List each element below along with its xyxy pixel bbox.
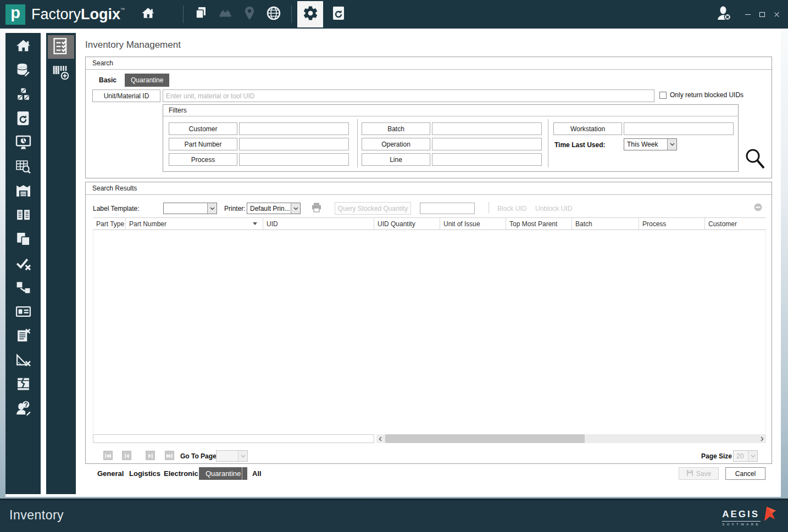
stocked-quantity-input[interactable] [420,203,475,214]
operation-filter-button[interactable]: Operation [362,138,430,150]
aegis-brand-subtitle: SOFTWARE [722,523,761,526]
results-table-body[interactable] [93,230,766,434]
settings-button-active[interactable] [297,1,323,27]
sidebar-item-dashboard-monitor[interactable] [15,136,31,152]
workstation-filter-button[interactable]: Workstation [553,122,622,135]
query-stocked-quantity-button[interactable]: Query Stocked Quantity [335,202,411,215]
sidebar-item-measure-remove[interactable] [15,353,31,369]
sidebar-item-table-search[interactable] [15,160,31,176]
sidebar-item-book[interactable] [15,208,31,224]
cancel-button[interactable]: Cancel [725,467,765,480]
subsidebar-item-barcode-add[interactable] [52,65,70,82]
part-number-filter-button[interactable]: Part Number [169,138,237,150]
chevron-down-icon[interactable] [207,203,217,214]
save-button[interactable]: Save [679,467,719,480]
sidebar-item-database-edit[interactable] [15,63,31,79]
globe-button[interactable] [262,0,286,29]
sidebar-item-warehouse[interactable] [15,184,31,200]
page-size-label: Page Size [701,452,732,460]
column-header-part-type[interactable]: Part Type [93,218,126,229]
process-filter-input[interactable] [239,153,349,166]
customer-filter-input[interactable] [239,122,349,135]
batch-filter-input[interactable] [432,122,542,135]
minimize-button[interactable] [741,7,755,21]
footer-tab-electronic[interactable]: Electronic [163,467,199,480]
time-last-used-dropdown[interactable]: This Week [624,138,677,150]
batch-filter-button[interactable]: Batch [362,122,430,135]
first-page-button[interactable] [103,451,113,460]
part-number-filter-input[interactable] [239,138,349,150]
block-uid-button[interactable]: Block UID [497,205,526,212]
line-filter-button[interactable]: Line [362,153,430,166]
chevron-down-icon[interactable] [748,451,757,461]
sidebar-item-transfer[interactable] [15,281,31,296]
location-button[interactable] [237,0,262,29]
hardhat-button[interactable] [213,0,237,29]
footer-tab-quarantine-active[interactable]: Quarantine [199,467,247,480]
horizontal-scrollbar[interactable] [376,434,766,443]
sidebar-item-damaged-box[interactable] [15,377,31,393]
customer-filter-button[interactable]: Customer [169,122,237,135]
next-page-button[interactable] [146,451,155,460]
chevron-down-icon[interactable] [291,203,300,214]
last-page-icon [167,451,173,461]
sidebar-item-packages[interactable] [15,87,31,103]
subsidebar-item-inventory-checklist-selected[interactable] [48,35,74,59]
restore-button[interactable] [326,0,351,29]
column-header-unit-of-issue[interactable]: Unit of Issue [440,218,506,229]
close-button[interactable] [769,7,784,21]
search-button[interactable] [743,147,767,171]
footer-tab-logistics[interactable]: Logistics [128,467,162,480]
column-header-customer[interactable]: Customer [705,218,766,229]
database-edit-icon [15,62,31,80]
column-header-uid[interactable]: UID [263,218,374,229]
process-filter-button[interactable]: Process [169,153,237,166]
printer-dropdown[interactable]: Default Prin... [247,203,301,214]
user-logout-button[interactable] [712,0,736,29]
sidebar-item-user-question[interactable] [15,401,31,417]
column-header-batch[interactable]: Batch [572,218,639,229]
maximize-button[interactable] [755,7,769,21]
column-header-uid-quantity[interactable]: UID Quantity [374,218,440,229]
chevron-down-icon[interactable] [238,451,247,461]
tab-quarantine-active[interactable]: Quarantine [125,74,169,87]
documents-button[interactable] [189,0,213,29]
unit-material-id-button[interactable]: Unit/Material ID [92,89,160,102]
line-filter-input[interactable] [432,153,542,166]
scroll-right-button[interactable] [758,434,766,443]
column-header-process[interactable]: Process [639,218,705,229]
search-results-groupbox: Search Results Label Template: Printer: … [85,182,772,464]
checkbox-icon[interactable] [659,92,667,99]
collapse-button[interactable] [754,203,762,214]
scroll-left-button[interactable] [376,434,384,443]
workstation-filter-input[interactable] [624,122,734,135]
footer-tab-all[interactable]: All [251,467,263,480]
last-page-button[interactable] [165,451,174,460]
unblock-uid-button[interactable]: Unblock UID [535,205,572,212]
unit-material-id-input[interactable] [163,89,654,102]
footer-tab-general[interactable]: General [96,467,125,480]
only-blocked-uids-checkbox-row[interactable]: Only return blocked UIDs [659,91,743,99]
sidebar-item-id-card[interactable] [15,305,31,321]
go-to-page-label: Go To Page [180,452,217,460]
scrollbar-track[interactable] [384,434,758,443]
previous-page-button[interactable] [122,451,131,460]
scrollbar-thumb[interactable] [385,434,585,443]
app-logo-letter: p [10,4,20,22]
label-template-dropdown[interactable] [163,203,217,214]
operation-filter-input[interactable] [432,138,542,150]
home-button[interactable] [136,0,160,29]
sidebar-item-verify[interactable] [15,256,31,272]
search-tabs: Basic Quarantine [93,74,169,87]
print-button[interactable] [311,202,322,215]
chevron-down-icon[interactable] [667,139,676,150]
page-size-dropdown[interactable]: 20 [733,450,758,462]
go-to-page-dropdown[interactable] [216,450,248,462]
sidebar-item-home[interactable] [15,39,31,55]
sidebar-item-documents[interactable] [15,232,31,248]
sidebar-item-list-remove[interactable] [15,329,31,345]
tab-basic[interactable]: Basic [93,74,123,87]
sidebar-item-restore-document[interactable] [15,111,31,127]
column-header-top-most-parent[interactable]: Top Most Parent [506,218,572,229]
column-header-part-number[interactable]: Part Number [126,218,263,229]
